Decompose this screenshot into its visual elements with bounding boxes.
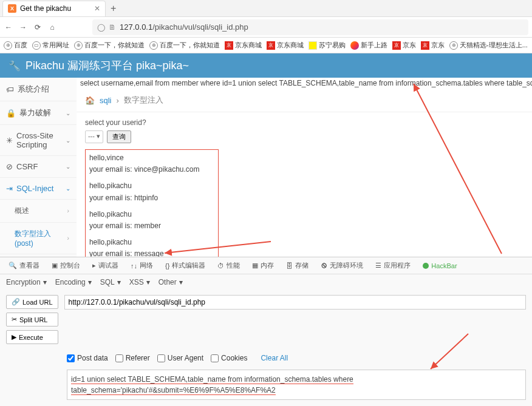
bookmark-item[interactable]: 京京东商城 bbox=[267, 41, 304, 50]
app-title: Pikachu 漏洞练习平台 pika~pika~ bbox=[26, 58, 189, 73]
bookmark-item[interactable]: 京京东 bbox=[392, 41, 416, 50]
bookmark-item[interactable]: ▭常用网址 bbox=[32, 41, 69, 50]
wrench-icon: 🔧 bbox=[9, 60, 21, 72]
devtools-tab-inspector[interactable]: 🔍查看器 bbox=[4, 257, 44, 274]
chevron-right-icon: › bbox=[67, 208, 69, 214]
sidebar-item-sql-inject[interactable]: ⇥SQL-Inject⌄ bbox=[0, 178, 77, 200]
sidebar-item-xss[interactable]: ✳Cross-Site Scripting⌄ bbox=[0, 125, 77, 156]
filter-encryption[interactable]: Encryption ▾ bbox=[6, 278, 47, 286]
bookmark-item[interactable]: ⊕百度一下，你就知道 bbox=[74, 41, 145, 50]
main-layout: 🏷系统介绍 🔒暴力破解⌄ ✳Cross-Site Scripting⌄ ⊘CSR… bbox=[0, 78, 532, 278]
globe-icon: ⊕ bbox=[74, 41, 83, 50]
database-icon: ⇥ bbox=[6, 184, 13, 193]
browser-tab[interactable]: X Get the pikachu ✕ bbox=[2, 1, 106, 16]
devtools-panel: 🔍查看器 ▣控制台 ▸调试器 ↑↓网络 {}样式编辑器 ⏱性能 ▦内存 🗄存储 … bbox=[0, 257, 532, 406]
play-icon: ▶ bbox=[12, 333, 16, 341]
split-url-button[interactable]: ✂Split URL bbox=[6, 313, 58, 326]
bookmark-item[interactable]: 苏宁易购 bbox=[309, 41, 346, 50]
devtools-tab-a11y[interactable]: 🛇无障碍环境 bbox=[316, 257, 368, 274]
perf-icon: ⏱ bbox=[217, 262, 224, 269]
ban-icon: ⊘ bbox=[6, 162, 13, 171]
new-tab-button[interactable]: + bbox=[106, 3, 121, 14]
network-icon: ↑↓ bbox=[131, 262, 137, 269]
bookmark-item[interactable]: ⊕百度一下，你就知道 bbox=[149, 41, 220, 50]
tab-title: Get the pikachu bbox=[20, 4, 71, 13]
sidebar-sub-overview[interactable]: 概述› bbox=[0, 200, 77, 223]
close-tab-icon[interactable]: ✕ bbox=[94, 4, 100, 13]
console-icon: ▣ bbox=[52, 262, 58, 269]
app-header: 🔧 Pikachu 漏洞练习平台 pika~pika~ bbox=[0, 53, 532, 78]
globe-icon: ⊕ bbox=[149, 41, 158, 50]
filter-sql[interactable]: SQL ▾ bbox=[100, 278, 121, 286]
chevron-down-icon: ⌄ bbox=[66, 137, 70, 144]
scissors-icon: ✂ bbox=[12, 316, 17, 323]
sidebar-item-csrf[interactable]: ⊘CSRF⌄ bbox=[0, 156, 77, 178]
memory-icon: ▦ bbox=[252, 262, 258, 269]
sidebar-item-bruteforce[interactable]: 🔒暴力破解⌄ bbox=[0, 101, 77, 125]
style-icon: {} bbox=[165, 262, 169, 269]
payload-input[interactable]: id=1 union select TABLE_SCHEMA,table_nam… bbox=[67, 370, 526, 400]
info-icon: 🗎 bbox=[109, 23, 116, 32]
chevron-down-icon: ⌄ bbox=[66, 163, 70, 170]
devtools-tab-storage[interactable]: 🗄存储 bbox=[281, 257, 313, 274]
jd-icon: 京 bbox=[225, 41, 233, 50]
lock-icon: 🔒 bbox=[6, 109, 16, 118]
url-bar[interactable]: ◯ 🗎 127.0.0.1/pikachu/vul/sqli/sqli_id.p… bbox=[92, 19, 528, 35]
chevron-down-icon: ⌄ bbox=[66, 110, 70, 117]
home-icon[interactable]: ⌂ bbox=[47, 22, 57, 32]
tag-icon: 🏷 bbox=[6, 85, 14, 94]
devtools-tab-app[interactable]: ☰应用程序 bbox=[370, 257, 415, 274]
app-icon: ☰ bbox=[375, 262, 381, 269]
url-input[interactable]: http://127.0.0.1/pikachu/vul/sqli/sqli_i… bbox=[64, 295, 526, 310]
filter-encoding[interactable]: Encoding ▾ bbox=[55, 278, 92, 286]
sidebar: 🏷系统介绍 🔒暴力破解⌄ ✳Cross-Site Scripting⌄ ⊘CSR… bbox=[0, 78, 77, 278]
jd-icon: 京 bbox=[267, 41, 275, 50]
inspector-icon: 🔍 bbox=[9, 262, 17, 269]
devtools-tab-console[interactable]: ▣控制台 bbox=[47, 257, 85, 274]
devtools-tab-perf[interactable]: ⏱性能 bbox=[213, 257, 245, 274]
filter-xss[interactable]: XSS ▾ bbox=[129, 278, 150, 286]
forward-icon[interactable]: → bbox=[18, 22, 28, 32]
folder-icon: ▭ bbox=[32, 41, 41, 50]
hackbar-filters: Encryption ▾ Encoding ▾ SQL ▾ XSS ▾ Othe… bbox=[0, 274, 532, 290]
devtools-tab-debugger[interactable]: ▸调试器 bbox=[87, 257, 123, 274]
devtools-tabs: 🔍查看器 ▣控制台 ▸调试器 ↑↓网络 {}样式编辑器 ⏱性能 ▦内存 🗄存储 … bbox=[0, 257, 532, 274]
content-area: select username,email from member where … bbox=[77, 78, 532, 278]
globe-icon: ⊕ bbox=[4, 41, 12, 50]
back-icon[interactable]: ← bbox=[4, 22, 13, 32]
execute-button[interactable]: ▶Execute bbox=[6, 330, 58, 344]
bookmark-item[interactable]: 新手上路 bbox=[350, 41, 387, 50]
firefox-icon bbox=[350, 41, 359, 50]
bookmark-item[interactable]: ⊕天猫精选-理想生活上... bbox=[449, 41, 528, 50]
bookmark-item[interactable]: 京京东商城 bbox=[225, 41, 262, 50]
devtools-tab-hackbar[interactable]: HackBar bbox=[418, 257, 462, 274]
shield-icon: ◯ bbox=[97, 23, 105, 32]
sidebar-item-system[interactable]: 🏷系统介绍 bbox=[0, 78, 77, 101]
chevron-right-icon: › bbox=[67, 235, 69, 242]
jd-icon: 京 bbox=[421, 41, 429, 50]
devtools-tab-style[interactable]: {}样式编辑器 bbox=[160, 257, 210, 274]
chevron-down-icon: ⌄ bbox=[66, 185, 70, 192]
reload-icon[interactable]: ⟳ bbox=[33, 22, 43, 32]
a11y-icon: 🛇 bbox=[321, 262, 327, 269]
bookmark-item[interactable]: 京京东 bbox=[421, 41, 445, 50]
svg-line-0 bbox=[414, 84, 502, 254]
bug-icon: ✳ bbox=[6, 136, 13, 145]
filter-other[interactable]: Other ▾ bbox=[159, 278, 183, 286]
suning-icon bbox=[309, 41, 317, 50]
debugger-icon: ▸ bbox=[92, 262, 96, 269]
annotation-arrow-2 bbox=[67, 334, 525, 382]
svg-line-1 bbox=[165, 242, 271, 253]
link-icon: 🔗 bbox=[12, 298, 20, 306]
devtools-tab-memory[interactable]: ▦内存 bbox=[247, 257, 279, 274]
annotation-arrow-1 bbox=[77, 78, 532, 278]
devtools-tab-network[interactable]: ↑↓网络 bbox=[126, 257, 158, 274]
sidebar-sub-numeric[interactable]: 数字型注入(post)› bbox=[0, 223, 77, 254]
browser-tab-bar: X Get the pikachu ✕ + bbox=[0, 0, 532, 17]
tab-favicon: X bbox=[8, 4, 16, 13]
url-text: 127.0.0.1/pikachu/vul/sqli/sqli_id.php bbox=[120, 22, 248, 32]
load-url-button[interactable]: 🔗Load URL bbox=[6, 295, 58, 309]
jd-icon: 京 bbox=[392, 41, 401, 50]
browser-nav-bar: ← → ⟳ ⌂ ◯ 🗎 127.0.0.1/pikachu/vul/sqli/s… bbox=[0, 17, 532, 38]
bookmark-item[interactable]: ⊕百度 bbox=[4, 41, 27, 50]
